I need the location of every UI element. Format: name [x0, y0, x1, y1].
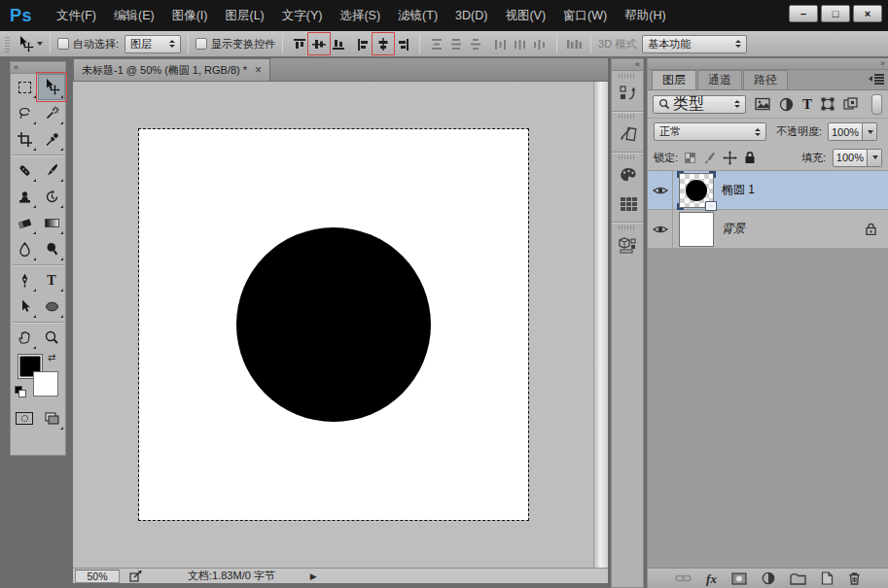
menu-select[interactable]: 选择(S) — [331, 0, 389, 31]
menu-3d[interactable]: 3D(D) — [446, 0, 496, 31]
distribute-horizontal-centers-icon[interactable] — [511, 34, 530, 53]
swatches-panel-icon[interactable] — [612, 190, 645, 219]
panel-grip[interactable] — [619, 156, 636, 159]
eyedropper-tool[interactable] — [38, 126, 65, 153]
minimize-button[interactable]: – — [789, 5, 818, 22]
gradient-tool[interactable] — [38, 210, 65, 236]
clone-stamp-tool[interactable] — [11, 184, 38, 210]
align-right-edges-icon[interactable] — [393, 34, 412, 53]
eraser-tool[interactable] — [11, 210, 38, 236]
layer-row-background[interactable]: 背景 — [648, 210, 888, 249]
menu-window[interactable]: 窗口(W) — [554, 0, 616, 31]
tool-preset-caret[interactable] — [37, 42, 43, 46]
distribute-vertical-centers-icon[interactable] — [446, 34, 466, 53]
panel-menu-icon[interactable] — [869, 74, 884, 85]
auto-select-dropdown[interactable]: 图层 — [124, 35, 181, 53]
color-panel-icon[interactable] — [612, 160, 645, 190]
layer-style-fx-icon[interactable]: fx — [706, 572, 717, 585]
blend-mode-dropdown[interactable]: 正常 — [654, 122, 766, 141]
filter-pixel-layers-icon[interactable] — [755, 97, 770, 111]
swap-colors-icon[interactable]: ⇄ — [48, 352, 55, 363]
zoom-level-field[interactable]: 50% — [75, 570, 120, 583]
dock-collapse[interactable]: » — [648, 58, 888, 70]
menu-layer[interactable]: 图层(L) — [216, 0, 272, 31]
3d-panel-icon[interactable] — [612, 230, 645, 259]
align-left-edges-icon[interactable] — [354, 34, 373, 53]
delete-layer-icon[interactable] — [848, 571, 861, 585]
new-group-icon[interactable] — [790, 572, 806, 585]
link-layers-icon[interactable] — [675, 572, 692, 584]
menu-filter[interactable]: 滤镜(T) — [389, 0, 446, 31]
lock-transparent-pixels-icon[interactable] — [685, 153, 695, 163]
opacity-dropdown-arrow[interactable] — [863, 122, 877, 141]
hand-tool[interactable] — [11, 325, 38, 351]
panel-grip[interactable] — [619, 225, 636, 229]
filter-type-dropdown[interactable]: 类型 — [653, 95, 746, 114]
filter-smart-objects-icon[interactable] — [843, 97, 858, 111]
path-selection-tool[interactable] — [11, 294, 38, 320]
add-layer-mask-icon[interactable] — [731, 572, 747, 585]
ellipse-tool[interactable] — [38, 294, 65, 320]
canvas-artboard[interactable] — [139, 129, 528, 520]
visibility-toggle[interactable] — [648, 210, 673, 248]
menu-type[interactable]: 文字(Y) — [273, 0, 332, 31]
canvas-viewport[interactable] — [73, 82, 608, 568]
brush-tool[interactable] — [38, 157, 65, 184]
default-colors-icon[interactable] — [15, 386, 27, 398]
pen-tool[interactable] — [11, 267, 38, 294]
new-layer-icon[interactable] — [821, 571, 834, 585]
zoom-tool[interactable] — [38, 325, 65, 351]
properties-panel-icon[interactable] — [612, 120, 645, 149]
align-bottom-edges-icon[interactable] — [329, 34, 348, 53]
move-tool annotation-box[interactable] — [38, 74, 65, 100]
burn-tool[interactable] — [38, 236, 65, 262]
show-transform-checkbox[interactable] — [195, 38, 207, 50]
align-top-edges-icon[interactable] — [290, 34, 309, 53]
ellipse-shape[interactable] — [236, 227, 431, 422]
quick-selection-tool[interactable] — [38, 100, 65, 126]
document-tab[interactable]: 未标题-1 @ 50% (椭圆 1, RGB/8) * × — [73, 58, 270, 81]
lock-position-icon[interactable] — [723, 151, 737, 165]
tab-paths[interactable]: 路径 — [743, 70, 788, 89]
rectangular-marquee-tool[interactable] — [11, 74, 38, 100]
menu-help[interactable]: 帮助(H) — [616, 0, 674, 31]
menu-image[interactable]: 图像(I) — [163, 0, 217, 31]
panel-grip[interactable] — [619, 115, 636, 119]
menu-edit[interactable]: 编辑(E) — [105, 0, 163, 31]
layer-name[interactable]: 背景 — [722, 221, 745, 237]
auto-align-layers-icon[interactable] — [564, 34, 584, 53]
distribute-right-edges-icon[interactable] — [530, 34, 550, 53]
layer-thumbnail[interactable] — [679, 212, 714, 247]
tab-layers[interactable]: 图层 — [652, 70, 696, 89]
filter-type-layers-icon[interactable]: T — [802, 97, 812, 112]
options-grip[interactable] — [5, 35, 10, 52]
background-color-swatch[interactable] — [33, 371, 58, 397]
3d-mode-dropdown[interactable]: 基本功能 — [642, 35, 747, 53]
distribute-top-edges-icon[interactable] — [427, 34, 446, 53]
panel-grip[interactable] — [619, 74, 636, 78]
export-icon[interactable] — [129, 570, 143, 582]
history-panel-icon[interactable] — [612, 79, 645, 108]
filter-adjustment-layers-icon[interactable] — [779, 97, 794, 112]
distribute-bottom-edges-icon[interactable] — [466, 34, 485, 53]
maximize-button[interactable]: □ — [821, 5, 850, 22]
distribute-left-edges-icon[interactable] — [491, 34, 511, 53]
tools-panel-collapse[interactable]: « — [11, 62, 65, 74]
menu-file[interactable]: 文件(F) — [48, 0, 105, 31]
quick-mask-button[interactable] — [11, 405, 38, 432]
fill-field[interactable]: 100% — [833, 149, 882, 167]
fill-dropdown-arrow[interactable] — [868, 149, 882, 167]
tab-close-icon[interactable]: × — [255, 63, 262, 77]
type-tool[interactable]: T — [38, 267, 65, 294]
crop-tool[interactable] — [11, 126, 38, 153]
blur-tool[interactable] — [11, 236, 38, 262]
align-vertical-centers-icon annotation-box[interactable] — [309, 34, 329, 53]
spot-healing-brush-tool[interactable] — [11, 157, 38, 184]
visibility-toggle[interactable] — [648, 171, 673, 209]
vertical-scrollbar[interactable] — [593, 82, 608, 568]
auto-select-checkbox[interactable] — [57, 38, 69, 50]
close-button[interactable]: × — [853, 5, 882, 22]
new-adjustment-layer-icon[interactable] — [762, 571, 775, 585]
filter-shape-layers-icon[interactable] — [821, 97, 835, 111]
opacity-field[interactable]: 100% — [828, 122, 877, 141]
